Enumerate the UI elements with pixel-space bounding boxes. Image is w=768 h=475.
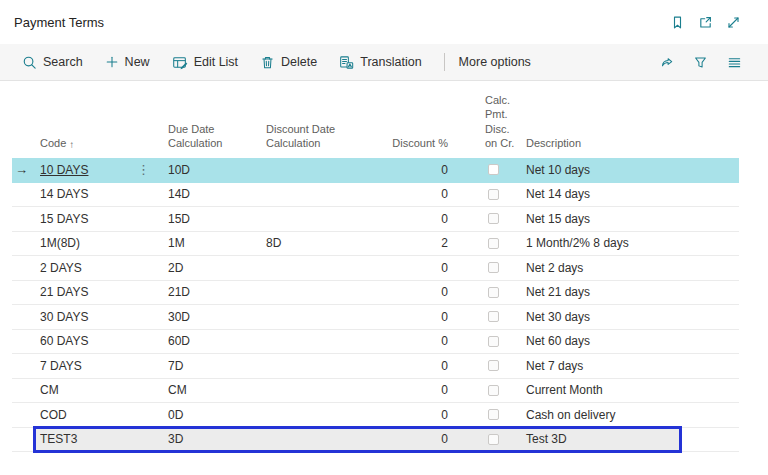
column-header-due-date-calculation[interactable]: Due Date Calculation (158, 122, 262, 151)
column-header-description[interactable]: Description (518, 136, 739, 151)
calc-pmt-checkbox[interactable] (488, 287, 499, 298)
table-row[interactable]: → 21 DAYS ⋮ 21D 0 Net 21 days (12, 281, 739, 306)
column-header-discount-pct[interactable]: Discount % (392, 136, 454, 151)
table-row[interactable]: → 2 DAYS ⋮ 2D 0 Net 2 days (12, 256, 739, 281)
search-button[interactable]: Search (22, 55, 83, 70)
cell-description[interactable]: Net 60 days (518, 334, 739, 348)
cell-discount-pct[interactable]: 0 (392, 261, 454, 275)
cell-code[interactable]: 14 DAYS ⋮ (36, 187, 158, 202)
cell-discount-pct[interactable]: 0 (392, 383, 454, 397)
cell-description[interactable]: Current Month (518, 383, 739, 397)
cell-due-date-calculation[interactable]: 15D (158, 212, 262, 226)
column-header-code[interactable]: Code ↑ (36, 136, 158, 151)
calc-pmt-checkbox[interactable] (488, 164, 499, 175)
column-header-discount-date-calculation[interactable]: Discount Date Calculation (262, 122, 392, 151)
code-value[interactable]: 1M(8D) (40, 236, 80, 250)
cell-description[interactable]: Net 15 days (518, 212, 739, 226)
table-row[interactable]: → 14 DAYS ⋮ 14D 0 Net 14 days (12, 183, 739, 208)
cell-due-date-calculation[interactable]: 10D (158, 163, 262, 177)
cell-discount-pct[interactable]: 0 (392, 212, 454, 226)
code-value[interactable]: 7 DAYS (40, 359, 82, 373)
cell-description[interactable]: Net 7 days (518, 359, 739, 373)
new-button[interactable]: New (105, 55, 150, 69)
cell-discount-pct[interactable]: 0 (392, 359, 454, 373)
cell-code[interactable]: 10 DAYS ⋮ (36, 162, 158, 177)
calc-pmt-checkbox[interactable] (488, 311, 499, 322)
cell-due-date-calculation[interactable]: 30D (158, 310, 262, 324)
filter-icon[interactable] (693, 55, 708, 70)
table-row[interactable]: → COD ⋮ 0D 0 Cash on delivery (12, 403, 739, 428)
list-lines-icon[interactable] (726, 55, 742, 70)
cell-due-date-calculation[interactable]: 3D (158, 432, 262, 446)
code-value[interactable]: 60 DAYS (40, 334, 88, 348)
cell-description[interactable]: 1 Month/2% 8 days (518, 236, 739, 250)
cell-discount-date-calculation[interactable]: 8D (262, 236, 392, 250)
cell-discount-pct[interactable]: 2 (392, 236, 454, 250)
expand-icon[interactable] (726, 15, 741, 30)
cell-discount-pct[interactable]: 0 (392, 310, 454, 324)
table-row[interactable]: → 7 DAYS ⋮ 7D 0 Net 7 days (12, 354, 739, 379)
cell-code[interactable]: 21 DAYS ⋮ (36, 285, 158, 300)
table-row[interactable]: → 1M(8D) ⋮ 1M 8D 2 1 Month/2% 8 days (12, 232, 739, 257)
share-icon[interactable] (659, 55, 675, 70)
cell-due-date-calculation[interactable]: 1M (158, 236, 262, 250)
code-value[interactable]: 10 DAYS (40, 163, 88, 177)
calc-pmt-checkbox[interactable] (488, 213, 499, 224)
cell-description[interactable]: Test 3D (518, 432, 739, 446)
cell-due-date-calculation[interactable]: 60D (158, 334, 262, 348)
cell-code[interactable]: 60 DAYS ⋮ (36, 334, 158, 349)
table-row[interactable]: → 15 DAYS ⋮ 15D 0 Net 15 days (12, 207, 739, 232)
code-value[interactable]: COD (40, 408, 67, 422)
cell-due-date-calculation[interactable]: 0D (158, 408, 262, 422)
cell-code[interactable]: 15 DAYS ⋮ (36, 211, 158, 226)
table-row[interactable]: → 10 DAYS ⋮ 10D 0 Net 10 days (12, 158, 739, 183)
code-value[interactable]: 15 DAYS (40, 212, 88, 226)
cell-discount-pct[interactable]: 0 (392, 187, 454, 201)
column-header-calc-pmt-disc[interactable]: Calc. Pmt. Disc. on Cr. (454, 93, 518, 151)
cell-description[interactable]: Net 10 days (518, 163, 739, 177)
cell-discount-pct[interactable]: 0 (392, 334, 454, 348)
cell-due-date-calculation[interactable]: 2D (158, 261, 262, 275)
cell-description[interactable]: Net 21 days (518, 285, 739, 299)
calc-pmt-checkbox[interactable] (488, 336, 499, 347)
calc-pmt-checkbox[interactable] (488, 434, 499, 445)
cell-code[interactable]: CM ⋮ (36, 383, 158, 398)
table-row[interactable]: → TEST3 ⋮ 3D 0 Test 3D (12, 428, 739, 453)
cell-due-date-calculation[interactable]: 14D (158, 187, 262, 201)
cell-code[interactable]: COD ⋮ (36, 407, 158, 422)
calc-pmt-checkbox[interactable] (488, 360, 499, 371)
cell-code[interactable]: 1M(8D) ⋮ (36, 236, 158, 251)
code-value[interactable]: 2 DAYS (40, 261, 82, 275)
row-menu-icon[interactable]: ⋮ (137, 162, 150, 177)
code-value[interactable]: 30 DAYS (40, 310, 88, 324)
calc-pmt-checkbox[interactable] (488, 262, 499, 273)
code-value[interactable]: TEST3 (40, 432, 77, 446)
cell-code[interactable]: TEST3 ⋮ (36, 432, 158, 447)
translation-button[interactable]: Translation (339, 55, 421, 70)
cell-code[interactable]: 7 DAYS ⋮ (36, 358, 158, 373)
cell-discount-pct[interactable]: 0 (392, 432, 454, 446)
cell-description[interactable]: Net 14 days (518, 187, 739, 201)
table-row[interactable]: → CM ⋮ CM 0 Current Month (12, 379, 739, 404)
cell-discount-pct[interactable]: 0 (392, 285, 454, 299)
cell-discount-pct[interactable]: 0 (392, 408, 454, 422)
table-row[interactable]: → 30 DAYS ⋮ 30D 0 Net 30 days (12, 305, 739, 330)
table-row[interactable]: → 60 DAYS ⋮ 60D 0 Net 60 days (12, 330, 739, 355)
more-options-button[interactable]: More options (459, 55, 531, 69)
code-value[interactable]: 14 DAYS (40, 187, 88, 201)
cell-discount-pct[interactable]: 0 (392, 163, 454, 177)
cell-description[interactable]: Net 2 days (518, 261, 739, 275)
edit-list-button[interactable]: Edit List (172, 55, 238, 70)
bookmark-icon[interactable] (670, 15, 685, 30)
cell-code[interactable]: 2 DAYS ⋮ (36, 260, 158, 275)
cell-due-date-calculation[interactable]: 21D (158, 285, 262, 299)
delete-button[interactable]: Delete (260, 55, 317, 70)
code-value[interactable]: CM (40, 383, 59, 397)
calc-pmt-checkbox[interactable] (488, 385, 499, 396)
cell-description[interactable]: Net 30 days (518, 310, 739, 324)
cell-code[interactable]: 30 DAYS ⋮ (36, 309, 158, 324)
code-value[interactable]: 21 DAYS (40, 285, 88, 299)
cell-description[interactable]: Cash on delivery (518, 408, 739, 422)
cell-due-date-calculation[interactable]: 7D (158, 359, 262, 373)
cell-due-date-calculation[interactable]: CM (158, 383, 262, 397)
